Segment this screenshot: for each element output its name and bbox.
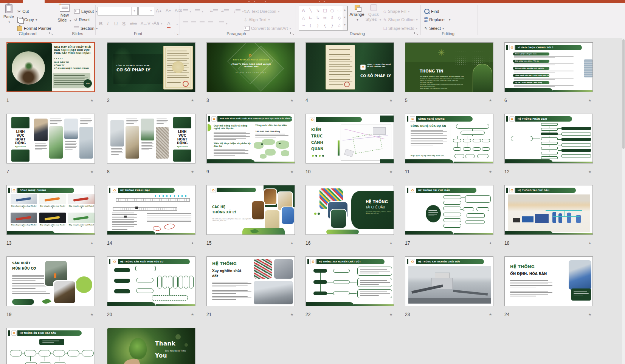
character-spacing-button[interactable]: A↔V▼ (141, 20, 154, 27)
slide-thumbnail[interactable]: ♻HỆ THỐNG XAY NGHIỀN CHẤT ĐỐT (306, 256, 394, 306)
shape-glyph-icon[interactable]: ↳ (314, 14, 321, 22)
shape-glyph-icon[interactable]: ☆ (336, 22, 343, 29)
shape-glyph-icon[interactable]: } (329, 22, 336, 29)
paste-button[interactable]: Paste▼ (2, 4, 16, 25)
justify-button[interactable] (208, 20, 213, 27)
next-circle-button[interactable]: »» (84, 79, 92, 88)
font-color-dropdown[interactable]: ▼ (175, 20, 178, 28)
slide-thumbnail[interactable]: ♻CÔNG TY TNHH CÔNG NGHỆ VÀ MÔI TRƯỜNG VN… (306, 42, 394, 92)
text-line (214, 152, 245, 153)
slide-text: HỆ THỐNG TÁI CHẾ DẦU (518, 188, 575, 193)
slide-thumbnail[interactable]: ✳THÔNG TINTên công ty: CÔNG TY TNHH CÔNG… (405, 42, 493, 92)
vertical-scrollbar[interactable] (622, 38, 625, 364)
columns-button[interactable]: ▼ (219, 20, 228, 27)
italic-button[interactable]: I (107, 20, 109, 27)
shape-glyph-icon[interactable]: ) (314, 22, 321, 29)
slide-thumbnail[interactable]: ♻VÌ SAO CHỌN CHÚNG TÔI ?Kinh nghiệm chuy… (504, 42, 593, 92)
layout-button[interactable]: Layout ▼ (74, 8, 98, 15)
slide-thumbnail[interactable]: ♻HỆ THỐNG XAY NGHIỀN CHẤT ĐỐT (405, 256, 493, 306)
slide-thumbnail[interactable]: ♻KIẾNTRÚCCẢNHQUAN (306, 114, 394, 163)
slide-thumbnail[interactable]: HỆ THỐNGXay nghiền chấtđốt (206, 256, 295, 306)
font-size-combobox[interactable]: ▼ (138, 7, 154, 15)
slide-thumbnail[interactable]: ThankSee You Next TimeYou (107, 328, 195, 364)
new-slide-button[interactable]: New Slide ▼ (57, 4, 73, 23)
select-button[interactable]: ↖Select▼ (424, 25, 445, 32)
shape-glyph-icon[interactable]: ◇ (336, 14, 343, 22)
align-right-button[interactable] (200, 20, 205, 27)
text-shadow-button[interactable]: S (122, 20, 126, 27)
shape-glyph-icon[interactable]: ╲ (307, 7, 314, 14)
slide-thumbnail[interactable]: ♻CÔNG NGHỆ CHUNGDây chuyền phân loại Mod… (6, 185, 95, 235)
green-button[interactable] (12, 299, 34, 305)
shape-glyph-icon[interactable]: ⇩ (329, 14, 336, 22)
replace-button[interactable]: abacReplace▼ (424, 16, 451, 23)
bullets-button[interactable]: ▼ (183, 8, 192, 15)
shapes-gallery-scrollbar[interactable]: ▲▼▼ (343, 6, 347, 31)
drawing-dialog-launcher[interactable] (414, 32, 418, 35)
copy-button[interactable]: Copy ▼ (17, 16, 38, 23)
slide-thumbnail[interactable]: ♻HỆ THỐNG ỔN ĐỊNH HÓA RẮN (6, 328, 95, 364)
line-spacing-button[interactable]: ↕▼ (234, 8, 244, 15)
cut-button[interactable]: ✂ Cut (17, 8, 29, 15)
shape-outline-button[interactable]: ✎Shape Outline▼ (383, 16, 418, 23)
slide-thumbnail[interactable]: ♻HỆ THỐNG PHÂN LOẠI (107, 185, 195, 235)
convert-to-smartart-button[interactable]: Convert to SmartArt▼ (244, 25, 292, 32)
shrink-font-button[interactable]: A▼ (166, 7, 171, 14)
text-direction-button[interactable]: ⇅AText Direction▼ (244, 8, 280, 15)
slide-thumbnail[interactable]: ♻HỆ THỐNG SẢN XUẤT MÙN HỮU CƠ (107, 256, 195, 306)
clipboard-dialog-launcher[interactable] (49, 32, 53, 35)
slide-thumbnail[interactable]: HỆ THỐNGTÁI CHẾ DẦUQuy trình xử lý nilon… (306, 185, 394, 235)
strikethrough-button[interactable]: abc (130, 20, 137, 27)
shape-glyph-icon[interactable]: ( (307, 22, 314, 29)
slide-thumbnail[interactable]: LĨNHVỰCHOẠTĐỘNGAgriculture (107, 114, 195, 163)
slide-sorter-canvas[interactable]: NHÀ MÁY XỬ LÝ CHẤT THẢI RẮN SINH HOẠT KH… (0, 38, 625, 364)
slide-thumbnail[interactable]: ♻CÔNG NGHỆ CHUNGCÔNG NGHỆ CỦA DỰ ÁNHiệu … (405, 114, 493, 163)
slide-thumbnail[interactable]: LĨNHVỰCHOẠTĐỘNGAgriculture (6, 114, 95, 163)
numbering-button[interactable]: ▼ (195, 8, 204, 15)
shape-effects-button[interactable]: ❏Shape Effects▼ (383, 25, 418, 32)
underline-button[interactable]: U (114, 20, 118, 27)
shape-glyph-icon[interactable]: △ (300, 14, 307, 22)
scrollbar-thumb[interactable] (622, 39, 625, 149)
bold-button[interactable]: B (99, 20, 102, 27)
shape-glyph-icon[interactable]: { (321, 22, 329, 29)
slide-thumbnail[interactable]: ♻ĐƠN VỊ TƯ VẤN GIẢI PHÁP VÀ CÔNG NGHỆCÔN… (206, 42, 295, 92)
font-name-combobox[interactable]: ▼ (98, 7, 138, 15)
shape-glyph-icon[interactable]: ∟ (307, 14, 314, 22)
paragraph-dialog-launcher[interactable] (290, 32, 294, 35)
slide-thumbnail[interactable]: CÔNG TY CP NHẬT DƯƠNG XANHCƠ SỞ PHÁP LÝ (107, 42, 195, 92)
shape-glyph-icon[interactable]: ⇨ (321, 14, 329, 22)
align-text-button[interactable]: ⇳Align Text▼ (244, 16, 270, 23)
shape-glyph-icon[interactable]: ~ (300, 22, 307, 29)
slide-thumbnail[interactable]: ♻CÁC HỆTHỐNG XỬ LÝTái chế dầu, Sản xuất … (206, 185, 295, 235)
shape-fill-button[interactable]: ◇Shape Fill▼ (383, 8, 410, 15)
find-button[interactable]: Find (424, 8, 439, 15)
section-button[interactable]: Section ▼ (74, 25, 98, 32)
shape-glyph-icon[interactable]: ▭ (336, 7, 343, 14)
quick-styles-button[interactable]: Quick Styles ▼ (365, 4, 382, 22)
decrease-indent-button[interactable]: ⇤ (210, 8, 218, 15)
slide-thumbnail[interactable]: ♻HỆ THỐNG TÁI CHẾ DẦU (405, 185, 493, 235)
grow-font-button[interactable]: A▲ (156, 7, 162, 14)
format-painter-button[interactable]: Format Painter (17, 25, 51, 32)
slide-thumbnail[interactable]: HỆ THỐNGỔN ĐỊNH, HÓA RẮN (504, 256, 593, 306)
ribbon-home-tab[interactable] (23, 0, 45, 3)
slide-thumbnail[interactable]: NHÀ MÁY XỬ LÝ CHẤT THẢI RẮN SINH HOẠT KH… (6, 42, 95, 92)
font-dialog-launcher[interactable] (175, 32, 178, 35)
align-left-button[interactable] (183, 20, 188, 27)
slide-thumbnail[interactable]: ♻HỆ THỐNG PHÂN LOẠI (504, 114, 593, 163)
shape-glyph-icon[interactable]: □ (321, 7, 329, 14)
shape-glyph-icon[interactable]: A (300, 7, 307, 14)
slide-thumbnail[interactable]: ♻NHÀ MÁY XỬ LÝ CHẤT THẢI RẮN SINH HOẠT K… (206, 114, 295, 163)
arrange-button[interactable]: Arrange▼ (349, 4, 364, 22)
reset-button[interactable]: ↺ Reset (74, 16, 90, 23)
slide-thumbnail[interactable]: ♻HỆ THỐNG TÁI CHẾ DẦU (504, 185, 593, 235)
font-color-button[interactable]: A (167, 20, 171, 28)
change-case-button[interactable]: Aa▼ (154, 20, 163, 27)
slide-thumbnail[interactable]: SẢN XUẤTMÙN HỮU CƠ (6, 256, 95, 306)
increase-indent-button[interactable]: ⇥ (221, 8, 229, 15)
clear-formatting-button[interactable]: A⌫ (175, 7, 182, 14)
shape-glyph-icon[interactable]: ↘ (314, 7, 321, 14)
shape-glyph-icon[interactable]: ○ (329, 7, 336, 14)
align-center-button[interactable] (191, 20, 196, 27)
